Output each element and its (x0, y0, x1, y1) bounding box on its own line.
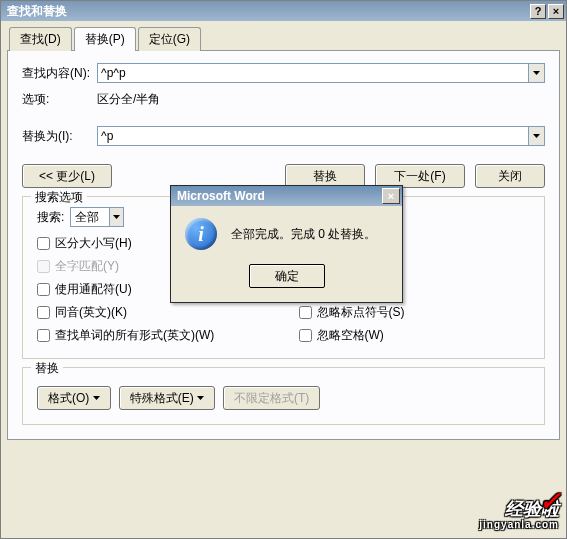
format-button[interactable]: 格式(O) (37, 386, 111, 410)
watermark: 经验啦 ✓ jingyanla.com (479, 501, 559, 533)
options-label: 选项: (22, 91, 97, 108)
message-box-title: Microsoft Word (177, 189, 265, 203)
search-direction-value: 全部 (71, 209, 109, 226)
message-box-close-button[interactable]: × (382, 188, 400, 204)
replace-with-input[interactable] (97, 126, 529, 146)
svg-marker-4 (197, 396, 204, 400)
message-box-titlebar[interactable]: Microsoft Word × (171, 186, 402, 206)
tab-find[interactable]: 查找(D) (9, 27, 72, 51)
message-box: Microsoft Word × i 全部完成。完成 0 处替换。 确定 (170, 185, 403, 303)
search-direction-select[interactable]: 全部 (70, 207, 124, 227)
svg-marker-1 (533, 134, 540, 138)
ignore-punctuation-checkbox[interactable]: 忽略标点符号(S) (299, 304, 531, 321)
dialog-title: 查找和替换 (7, 3, 67, 20)
replace-format-legend: 替换 (31, 360, 63, 377)
tab-strip: 查找(D) 替换(P) 定位(G) (9, 27, 560, 51)
checkmark-icon: ✓ (539, 493, 561, 509)
tab-replace[interactable]: 替换(P) (74, 27, 136, 51)
close-dialog-button[interactable]: 关闭 (475, 164, 545, 188)
message-text: 全部完成。完成 0 处替换。 (231, 226, 376, 243)
no-format-button: 不限定格式(T) (223, 386, 320, 410)
ok-button[interactable]: 确定 (249, 264, 325, 288)
find-what-input[interactable] (97, 63, 529, 83)
replace-format-fieldset: 替换 格式(O) 特殊格式(E) 不限定格式(T) (22, 367, 545, 425)
svg-marker-2 (113, 215, 120, 219)
search-direction-label: 搜索: (37, 209, 64, 226)
all-forms-checkbox[interactable]: 查找单词的所有形式(英文)(W) (37, 327, 269, 344)
svg-marker-3 (93, 396, 100, 400)
find-what-label: 查找内容(N): (22, 65, 97, 82)
ignore-whitespace-checkbox[interactable]: 忽略空格(W) (299, 327, 531, 344)
options-value: 区分全/半角 (97, 91, 160, 108)
special-format-button[interactable]: 特殊格式(E) (119, 386, 215, 410)
tab-goto[interactable]: 定位(G) (138, 27, 201, 51)
dialog-titlebar[interactable]: 查找和替换 ? × (1, 1, 566, 21)
less-button[interactable]: << 更少(L) (22, 164, 112, 188)
svg-marker-0 (533, 71, 540, 75)
replace-with-label: 替换为(I): (22, 128, 97, 145)
close-button[interactable]: × (548, 4, 564, 19)
sounds-like-checkbox[interactable]: 同音(英文)(K) (37, 304, 269, 321)
search-options-legend: 搜索选项 (31, 189, 87, 206)
info-icon: i (185, 218, 217, 250)
help-button[interactable]: ? (530, 4, 546, 19)
find-history-dropdown[interactable] (529, 63, 545, 83)
replace-history-dropdown[interactable] (529, 126, 545, 146)
